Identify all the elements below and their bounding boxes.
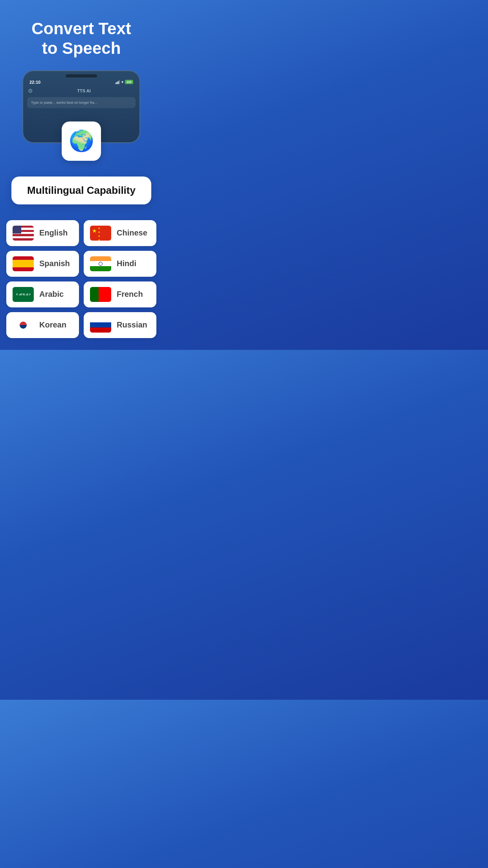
phone-text-area: Type or paste... works best on longer fr…	[27, 97, 136, 108]
flag-in	[90, 256, 111, 271]
language-name-arabic: Arabic	[39, 290, 64, 299]
battery-badge: 100	[125, 80, 133, 84]
phone-title-bar: ⚙ TTS AI	[23, 86, 139, 96]
language-tile-korean[interactable]: Korean	[6, 312, 79, 338]
language-tile-french[interactable]: French	[84, 281, 156, 307]
globe-icon: 🌍	[69, 129, 94, 153]
gear-icon: ⚙	[28, 88, 33, 94]
flag-ru	[90, 318, 111, 333]
status-icons: ▾ 100	[116, 80, 133, 84]
flag-pt	[90, 287, 111, 302]
language-tile-spanish[interactable]: Spanish	[6, 251, 79, 277]
flag-cn: ★ ★ ★ ★ ★	[90, 226, 111, 241]
language-name-chinese: Chinese	[117, 228, 147, 237]
language-tile-hindi[interactable]: Hindi	[84, 251, 156, 277]
capability-card: Multilingual Capability	[11, 177, 151, 204]
globe-card: 🌍	[62, 121, 101, 161]
language-name-french: French	[117, 290, 143, 299]
language-name-russian: Russian	[117, 320, 147, 329]
language-tile-russian[interactable]: Russian	[84, 312, 156, 338]
language-grid: English ★ ★ ★ ★ ★ Chinese Spanish	[0, 212, 163, 350]
language-tile-english[interactable]: English	[6, 220, 79, 246]
language-name-korean: Korean	[39, 320, 66, 329]
header: Convert Text to Speech	[0, 0, 163, 66]
capability-title: Multilingual Capability	[27, 184, 136, 197]
language-tile-arabic[interactable]: ☪ ‎لا إله إلا الله Arabic	[6, 281, 79, 307]
language-name-english: English	[39, 228, 68, 237]
wifi-icon: ▾	[121, 80, 123, 84]
flag-sa: ☪ ‎لا إله إلا الله	[13, 287, 34, 302]
signal-icon	[116, 80, 120, 84]
main-title: Convert Text to Speech	[8, 19, 155, 59]
status-time: 22:10	[29, 80, 40, 85]
phone-notch	[66, 74, 97, 77]
flag-us	[13, 226, 34, 241]
phone-mockup: 22:10 ▾ 100 ⚙ TTS AI Type or paste... wo…	[18, 70, 144, 149]
flag-kr	[13, 318, 34, 333]
language-name-spanish: Spanish	[39, 259, 70, 268]
language-tile-chinese[interactable]: ★ ★ ★ ★ ★ Chinese	[84, 220, 156, 246]
language-name-hindi: Hindi	[117, 259, 136, 268]
flag-es	[13, 256, 34, 271]
app-title: TTS AI	[77, 88, 90, 93]
status-bar: 22:10 ▾ 100	[23, 77, 139, 86]
